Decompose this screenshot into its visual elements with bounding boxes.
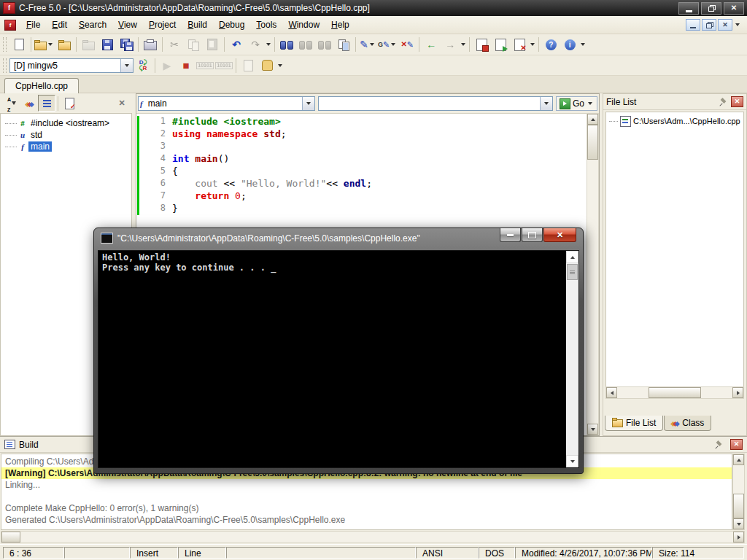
menu-project[interactable]: Project	[143, 18, 182, 32]
pin-icon[interactable]	[715, 440, 724, 449]
mdi-restore-button[interactable]	[702, 19, 716, 31]
stop-icon: ■	[182, 60, 189, 71]
mdi-close-button[interactable]: ✕	[718, 19, 732, 31]
tab-file-list[interactable]: File List	[605, 416, 663, 431]
symbol-item-std[interactable]: u std	[1, 129, 131, 141]
scroll-thumb[interactable]	[567, 264, 578, 280]
cancel-build-button[interactable]: ✕	[510, 36, 529, 53]
scroll-down-arrow[interactable]	[587, 424, 598, 435]
menu-edit[interactable]: Edit	[46, 18, 73, 32]
minimize-button[interactable]	[678, 2, 699, 15]
build-vscrollbar[interactable]	[732, 454, 745, 530]
console-client-area[interactable]: Hello, World!Press any key to continue .…	[98, 250, 579, 468]
format-button[interactable]: ✎	[358, 36, 377, 53]
build-hscrollbar[interactable]	[1, 531, 745, 543]
open-file-button[interactable]	[34, 36, 55, 53]
scroll-left-arrow[interactable]	[606, 387, 617, 398]
compile-button[interactable]	[472, 36, 491, 53]
build-line: Linking...	[1, 479, 732, 491]
go-button[interactable]: Go	[556, 96, 597, 111]
symbol-item-include[interactable]: # #include <iostream>	[1, 117, 131, 129]
scroll-up-arrow[interactable]	[566, 251, 578, 263]
navigate-back-button[interactable]: ←	[422, 36, 441, 53]
build-caret[interactable]	[530, 43, 535, 46]
console-close-button[interactable]: ✕	[543, 228, 576, 242]
scroll-up-arrow[interactable]	[587, 114, 598, 125]
document-icon[interactable]: f	[4, 20, 16, 31]
scroll-thumb[interactable]	[1, 532, 20, 542]
console-window[interactable]: "C:\Users\Administrator\AppData\Roaming\…	[93, 228, 584, 474]
menu-debug[interactable]: Debug	[213, 18, 250, 32]
menu-view[interactable]: View	[112, 18, 143, 32]
menu-file[interactable]: File	[20, 18, 46, 32]
console-maximize-button[interactable]	[522, 228, 543, 242]
tab-class[interactable]: Class	[664, 416, 711, 431]
help-button[interactable]: ?	[541, 36, 560, 53]
menu-help[interactable]: Help	[325, 18, 355, 32]
editor-vscrollbar[interactable]	[587, 113, 599, 435]
pin-icon[interactable]	[719, 98, 728, 106]
build-panel-close-button[interactable]: ✕	[730, 439, 743, 450]
file-list-panel: File List ✕ C:\Users\Adm...\CppHello.cpp…	[603, 93, 747, 436]
console-scrollbar[interactable]	[566, 251, 578, 467]
stop-execution-button[interactable]: ■	[177, 57, 196, 74]
about-button[interactable]: i	[560, 36, 579, 53]
navigate-caret[interactable]	[461, 43, 465, 46]
editor-nav-bar: f main Go	[136, 94, 599, 114]
goto-bookmark-button[interactable]: G✎	[377, 36, 398, 53]
new-file-button[interactable]	[9, 36, 28, 53]
print-button[interactable]	[141, 36, 160, 53]
function-combo-caret[interactable]	[302, 97, 314, 110]
toolbar-overflow-caret[interactable]	[735, 23, 740, 26]
status-empty-1	[64, 547, 130, 559]
file-tree-item[interactable]: C:\Users\Adm...\CppHello.cpp	[606, 115, 743, 127]
toolbar-gripper[interactable]	[3, 37, 7, 52]
symbol-panel-close-button[interactable]: ✕	[113, 95, 131, 112]
sort-by-type-button[interactable]	[20, 95, 38, 112]
list-view-button[interactable]	[38, 95, 55, 112]
file-tree-hscrollbar[interactable]	[605, 386, 744, 399]
document-tab[interactable]: CppHello.cpp	[4, 78, 79, 93]
find-button[interactable]	[277, 36, 296, 53]
mdi-minimize-button[interactable]	[686, 19, 700, 31]
symbol-settings-button[interactable]: ✓	[61, 95, 78, 112]
symbol-item-main[interactable]: f main	[1, 141, 131, 152]
help-caret[interactable]	[581, 43, 585, 46]
close-button[interactable]: ✕	[724, 2, 744, 15]
open-project-button[interactable]	[55, 36, 74, 53]
menu-build[interactable]: Build	[182, 18, 213, 32]
debug-release-switch-button[interactable]: D⤸⤹R	[133, 57, 152, 74]
scroll-right-arrow[interactable]	[732, 387, 743, 398]
scroll-thumb[interactable]	[587, 125, 598, 160]
run-toolbar-caret[interactable]	[278, 64, 282, 67]
find-in-files-button[interactable]	[334, 36, 353, 53]
sort-alphabetical-button[interactable]: AZ	[3, 95, 20, 112]
pause-button[interactable]	[258, 57, 276, 74]
scroll-thumb[interactable]	[733, 494, 744, 518]
scroll-down-arrow[interactable]	[733, 518, 744, 529]
scroll-thumb[interactable]	[649, 387, 701, 398]
code-token: endl	[344, 177, 366, 190]
search-combo-caret[interactable]	[540, 97, 552, 110]
menu-window[interactable]: Window	[282, 18, 325, 32]
search-combo[interactable]	[318, 96, 553, 111]
undo-button[interactable]: ↶	[227, 36, 246, 53]
scroll-up-arrow[interactable]	[733, 454, 744, 465]
file-list-close-button[interactable]: ✕	[731, 96, 743, 107]
undo-redo-caret[interactable]	[266, 43, 271, 46]
build-target-combo[interactable]: [D] mingw5	[9, 58, 133, 73]
console-minimize-button[interactable]	[500, 228, 521, 242]
save-all-button[interactable]	[117, 36, 136, 53]
menu-search[interactable]: Search	[73, 18, 112, 32]
build-target-caret-button[interactable]	[120, 59, 133, 72]
restore-button[interactable]	[701, 2, 721, 15]
toolbar-gripper[interactable]	[3, 58, 7, 73]
scroll-right-arrow[interactable]	[733, 532, 744, 542]
save-button[interactable]	[98, 36, 117, 53]
scroll-down-arrow[interactable]	[566, 455, 578, 467]
menu-tools[interactable]: Tools	[250, 18, 282, 32]
build-button[interactable]	[491, 36, 510, 53]
paste-button	[203, 36, 222, 53]
function-combo[interactable]: f main	[138, 96, 315, 111]
clear-bookmarks-button[interactable]: ✕✎	[398, 36, 417, 53]
